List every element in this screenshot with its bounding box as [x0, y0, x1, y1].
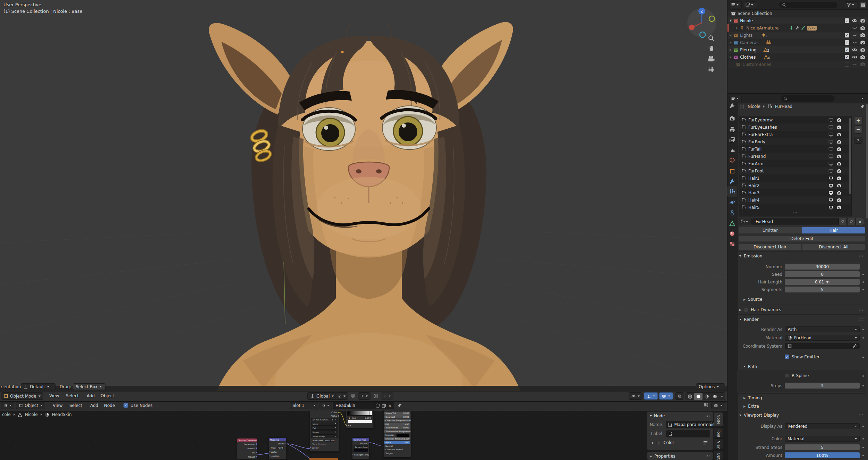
properties-filter-chevron[interactable]: [861, 98, 863, 99]
render-toggle-icon[interactable]: [837, 125, 842, 130]
seed-field[interactable]: 0: [785, 271, 860, 277]
viewport-move-tool[interactable]: [708, 45, 715, 52]
menu-object[interactable]: Object: [101, 393, 114, 398]
show-emitter-checkbox[interactable]: ✓: [785, 355, 789, 359]
expander-icon[interactable]: ▶: [730, 34, 732, 37]
shading-material-button[interactable]: [703, 393, 711, 400]
unlink-material-icon[interactable]: ×: [388, 403, 392, 408]
emission-color-swatch[interactable]: [397, 434, 409, 437]
tab-physics[interactable]: [727, 197, 737, 207]
tab-modifiers[interactable]: [727, 176, 737, 187]
tab-object[interactable]: [727, 166, 737, 176]
projection-dropdown[interactable]: Flat: [311, 426, 338, 430]
shader-menu-add[interactable]: Add: [90, 403, 98, 408]
expander-icon[interactable]: ▶: [730, 56, 732, 59]
interpolation-dropdown[interactable]: Linear: [311, 422, 338, 426]
drag-grip-icon[interactable]: [705, 454, 710, 458]
display-toggle-icon[interactable]: [828, 183, 833, 188]
particle-system-row[interactable]: FurArm: [739, 160, 851, 167]
options-dropdown[interactable]: Options: [696, 383, 725, 390]
steps-field[interactable]: 3: [785, 383, 860, 389]
ramp-color-swatch[interactable]: [347, 420, 372, 423]
shader-mode-dropdown[interactable]: Object: [16, 402, 45, 409]
viewport-display-panel-header[interactable]: Viewport Display: [739, 413, 779, 418]
eyedropper-icon[interactable]: [852, 344, 857, 348]
hair-dynamics-checkbox[interactable]: [744, 308, 748, 312]
segments-field[interactable]: 5: [785, 287, 860, 292]
viewport-camera-view-tool[interactable]: [708, 56, 715, 62]
type-value[interactable]: Point: [277, 446, 284, 449]
display-as-dropdown[interactable]: Rendered: [785, 423, 860, 429]
tab-render[interactable]: [727, 113, 737, 123]
viewport-grid-ortho-tool[interactable]: [708, 66, 715, 73]
principled-row[interactable]: Tangent: [384, 452, 410, 455]
material-browse-dropdown[interactable]: [320, 402, 332, 409]
render-camera-icon[interactable]: [860, 18, 865, 23]
number-field[interactable]: 30000: [785, 264, 860, 270]
render-toggle-icon[interactable]: [837, 176, 842, 181]
particle-copy-button[interactable]: [847, 218, 856, 225]
exclude-checkbox[interactable]: ✓: [845, 48, 849, 52]
ramp-gradient[interactable]: [347, 411, 372, 416]
render-toggle-icon[interactable]: [837, 183, 842, 188]
tab-constraints[interactable]: [727, 207, 737, 218]
type-hair-tab[interactable]: Hair: [802, 227, 865, 233]
display-toggle-icon[interactable]: [828, 154, 833, 159]
hide-eye-closed-icon[interactable]: [852, 40, 857, 45]
expander-icon[interactable]: ▶: [730, 41, 732, 44]
exclude-checkbox[interactable]: ✓: [845, 55, 849, 59]
render-camera-icon[interactable]: [860, 25, 865, 31]
particle-specials-dropdown[interactable]: [854, 137, 862, 144]
display-toggle-icon[interactable]: [828, 169, 833, 173]
normal-color-swatch[interactable]: [354, 449, 368, 452]
hide-eye-icon[interactable]: [852, 54, 857, 60]
tab-particles-active[interactable]: [727, 186, 737, 197]
node-canvas[interactable]: cole Nicole HeadSkin Texture Coordinate …: [0, 410, 727, 460]
hide-eye-closed-icon[interactable]: [852, 62, 857, 67]
transform-orientation-dropdown[interactable]: Global: [307, 392, 337, 400]
sidebar-tab-node[interactable]: Node: [714, 412, 723, 426]
pivot-point-dropdown[interactable]: [335, 392, 348, 400]
emission-drag-grip[interactable]: [858, 254, 863, 258]
use-nodes-checkbox[interactable]: ✓: [124, 403, 128, 408]
node-label-input[interactable]: [666, 430, 710, 437]
outliner-row-piercing[interactable]: ▶ Piercing 2 ✓: [727, 46, 868, 53]
delete-edit-button[interactable]: Delete Edit: [739, 236, 865, 242]
expander-icon[interactable]: ▶: [730, 48, 732, 51]
outliner-row-lights[interactable]: ▶ Lights 2 ✓: [727, 32, 868, 39]
outliner-row-nicole[interactable]: ▼ Nicole ✓: [727, 17, 868, 24]
show-gizmo-dropdown[interactable]: [629, 392, 643, 400]
hide-eye-closed-icon[interactable]: [852, 25, 857, 31]
particle-system-row[interactable]: FurTail: [739, 145, 851, 153]
xray-toggle[interactable]: [675, 392, 684, 400]
source-subpanel-header[interactable]: ▶Source: [743, 297, 762, 302]
image-unlink-icon[interactable]: ×: [334, 419, 336, 421]
color-expander[interactable]: ▶: [652, 441, 654, 444]
copy-material-icon[interactable]: [382, 403, 386, 408]
properties-scrollbar[interactable]: [866, 104, 868, 219]
exclude-checkbox[interactable]: ✓: [845, 18, 849, 23]
render-toggle-icon[interactable]: [837, 198, 842, 203]
render-toggle-icon[interactable]: [837, 147, 842, 152]
ramp-pos-value[interactable]: 0.000: [364, 417, 372, 419]
particle-system-row[interactable]: FurEyeLashes: [739, 123, 851, 131]
falloff-dropdown[interactable]: [381, 392, 393, 400]
source-dropdown[interactable]: Single Image: [311, 434, 338, 438]
list-resize-grip[interactable]: [739, 211, 851, 216]
color-space-value[interactable]: Non-Color: [324, 440, 335, 442]
principled-row[interactable]: Transmission 0.000: [384, 426, 410, 429]
particle-system-row[interactable]: Hair1: [739, 174, 851, 182]
display-toggle-icon[interactable]: [828, 132, 833, 137]
mode-dropdown[interactable]: Object Mode: [1, 392, 43, 400]
breadcrumb-particle[interactable]: FurHead: [775, 104, 792, 109]
outliner-row-scene-collection[interactable]: Scene Collection: [727, 10, 868, 17]
emission-panel-header[interactable]: Emission: [739, 254, 762, 258]
strand-steps-field[interactable]: 5: [785, 444, 860, 450]
render-camera-icon[interactable]: [860, 47, 865, 52]
add-particle-system-button[interactable]: +: [854, 117, 862, 125]
outliner-row-nicolearmature[interactable]: ▶ NicoleArmature 12: [727, 24, 868, 32]
material-name-field[interactable]: HeadSkin ×: [333, 402, 394, 409]
hide-eye-icon[interactable]: [852, 18, 857, 23]
shading-wireframe-button[interactable]: [686, 393, 694, 400]
sidebar-tab-tool[interactable]: Tool: [714, 427, 723, 437]
